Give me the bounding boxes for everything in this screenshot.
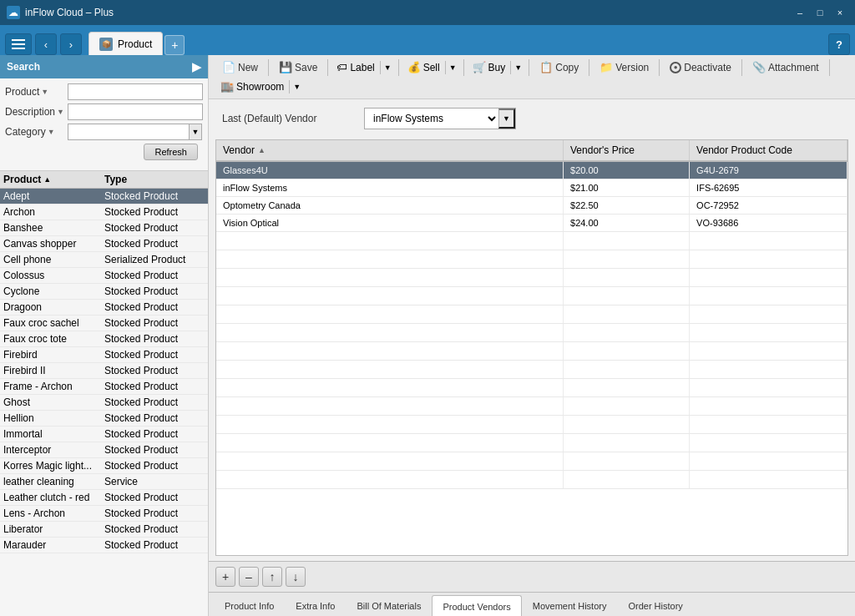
bottom-tab-product-vendors[interactable]: Product Vendors (432, 595, 521, 616)
tab-icon: 📦 (99, 38, 113, 51)
forward-button[interactable]: › (60, 33, 82, 55)
vendor-cell: Vision Optical (216, 215, 564, 232)
close-button[interactable]: × (832, 5, 848, 20)
table-controls: + – ↑ ↓ (209, 561, 855, 592)
help-button[interactable]: ? (828, 33, 850, 55)
list-item[interactable]: Korres Magic light...Stocked Product (0, 458, 208, 474)
sell-button[interactable]: 💰 Sell (402, 58, 445, 76)
buy-button[interactable]: 🛒 Buy (468, 58, 511, 76)
type-column-header[interactable]: Type (104, 174, 205, 185)
price-cell: $22.50 (564, 197, 690, 215)
bottom-tab-extra-info[interactable]: Extra Info (285, 595, 346, 616)
vendor-select[interactable]: inFlow Systems (365, 109, 498, 128)
minimize-button[interactable]: – (792, 5, 808, 20)
list-item[interactable]: Faux croc toteStocked Product (0, 331, 208, 347)
table-row[interactable]: Optometry Canada$22.50OC-72952 (216, 197, 847, 215)
empty-row (216, 324, 847, 342)
item-type: Service (104, 476, 205, 487)
add-tab-button[interactable]: + (164, 35, 185, 55)
sell-dropdown-arrow[interactable]: ▼ (445, 61, 460, 74)
list-item[interactable]: Leather clutch - redStocked Product (0, 490, 208, 506)
list-item[interactable]: DragoonStocked Product (0, 300, 208, 316)
bottom-tab-order-history[interactable]: Order History (617, 595, 693, 616)
product-filter-arrow[interactable]: ▼ (41, 88, 48, 96)
product-tab[interactable]: 📦 Product (89, 32, 163, 55)
list-item[interactable]: LiberatorStocked Product (0, 522, 208, 538)
list-item[interactable]: ColossusStocked Product (0, 268, 208, 284)
back-button[interactable]: ‹ (35, 33, 57, 55)
new-button[interactable]: 📄 New (215, 58, 265, 76)
tab-bar: ‹ › 📦 Product + ? (0, 25, 855, 55)
table-row[interactable]: inFlow Systems$21.00IFS-62695 (216, 179, 847, 197)
list-item[interactable]: InterceptorStocked Product (0, 442, 208, 458)
deactivate-button[interactable]: ● Deactivate (663, 59, 738, 76)
category-dropdown-button[interactable]: ▼ (189, 124, 202, 140)
showroom-button[interactable]: 🏬 Showroom (215, 78, 289, 95)
vendor-dropdown-button[interactable]: ▼ (498, 109, 515, 129)
list-item[interactable]: GhostStocked Product (0, 395, 208, 411)
list-item[interactable]: leather cleaningService (0, 474, 208, 490)
refresh-button[interactable]: Refresh (144, 144, 198, 160)
list-item[interactable]: Lens - ArchonStocked Product (0, 506, 208, 522)
version-icon: 📁 (600, 61, 613, 73)
maximize-button[interactable]: □ (812, 5, 828, 20)
bottom-tab-bill-of-materials[interactable]: Bill Of Materials (346, 595, 432, 616)
label-dropdown-arrow[interactable]: ▼ (380, 61, 395, 74)
list-item[interactable]: FirebirdStocked Product (0, 347, 208, 363)
empty-row (216, 342, 847, 361)
vendor-column-header[interactable]: Vendor ▲ (216, 140, 564, 161)
list-item[interactable]: Cell phoneSerialized Product (0, 252, 208, 268)
toolbar-sep-5 (529, 59, 529, 76)
item-type: Stocked Product (104, 285, 205, 297)
list-item[interactable]: CycloneStocked Product (0, 284, 208, 300)
description-search-label: Description (5, 106, 55, 118)
list-item[interactable]: AdeptStocked Product (0, 189, 208, 204)
product-list-items: AdeptStocked ProductArchonStocked Produc… (0, 189, 208, 553)
sidebar-toggle-button[interactable]: ▶ (192, 60, 201, 73)
list-item[interactable]: Canvas shopperStocked Product (0, 236, 208, 252)
add-vendor-button[interactable]: + (215, 567, 235, 587)
list-item[interactable]: Firebird IIStocked Product (0, 363, 208, 379)
hamburger-menu-button[interactable] (5, 33, 32, 55)
description-filter-arrow[interactable]: ▼ (57, 108, 64, 116)
code-column-header: Vendor Product Code (690, 140, 847, 161)
version-button[interactable]: 📁 Version (593, 58, 655, 76)
price-column-header: Vendor's Price (564, 140, 690, 161)
buy-dropdown-arrow[interactable]: ▼ (510, 61, 525, 74)
attachment-button[interactable]: 📎 Attachment (746, 58, 826, 76)
list-item[interactable]: HellionStocked Product (0, 411, 208, 427)
list-item[interactable]: BansheeStocked Product (0, 220, 208, 236)
showroom-dropdown-arrow[interactable]: ▼ (289, 80, 304, 93)
product-column-header[interactable]: Product ▲ (3, 174, 104, 185)
list-item[interactable]: Faux croc sachelStocked Product (0, 316, 208, 331)
search-section: Product ▼ Description ▼ Category ▼ (0, 78, 208, 170)
move-down-button[interactable]: ↓ (286, 567, 306, 587)
empty-row (216, 305, 847, 324)
sidebar: Search ▶ Product ▼ Description ▼ Cat (0, 55, 209, 616)
item-name: Archon (3, 206, 104, 218)
table-row[interactable]: Glasses4U$20.00G4U-2679 (216, 161, 847, 179)
item-name: Korres Magic light... (3, 460, 104, 472)
list-item[interactable]: ArchonStocked Product (0, 204, 208, 220)
item-type: Stocked Product (104, 333, 205, 345)
save-button[interactable]: 💾 Save (272, 58, 324, 76)
description-search-input[interactable] (68, 104, 203, 120)
category-filter-arrow[interactable]: ▼ (48, 128, 55, 136)
table-row[interactable]: Vision Optical$24.00VO-93686 (216, 215, 847, 232)
list-item[interactable]: MarauderStocked Product (0, 538, 208, 553)
vendor-select-wrapper: inFlow Systems ▼ (364, 108, 516, 129)
search-title: Search (7, 61, 40, 73)
copy-button[interactable]: 📋 Copy (533, 58, 585, 76)
bottom-tab-product-info[interactable]: Product Info (214, 595, 285, 616)
list-item[interactable]: Frame - ArchonStocked Product (0, 379, 208, 395)
product-search-input[interactable] (68, 83, 203, 100)
product-list: Product ▲ Type AdeptStocked ProductArcho… (0, 170, 208, 616)
list-item[interactable]: ImmortalStocked Product (0, 427, 208, 442)
item-type: Stocked Product (104, 190, 205, 202)
empty-row (216, 471, 847, 489)
bottom-tab-movement-history[interactable]: Movement History (522, 595, 618, 616)
move-up-button[interactable]: ↑ (262, 567, 282, 587)
remove-vendor-button[interactable]: – (239, 567, 259, 587)
category-search-input[interactable] (68, 124, 189, 140)
label-button[interactable]: 🏷 Label (331, 58, 379, 76)
